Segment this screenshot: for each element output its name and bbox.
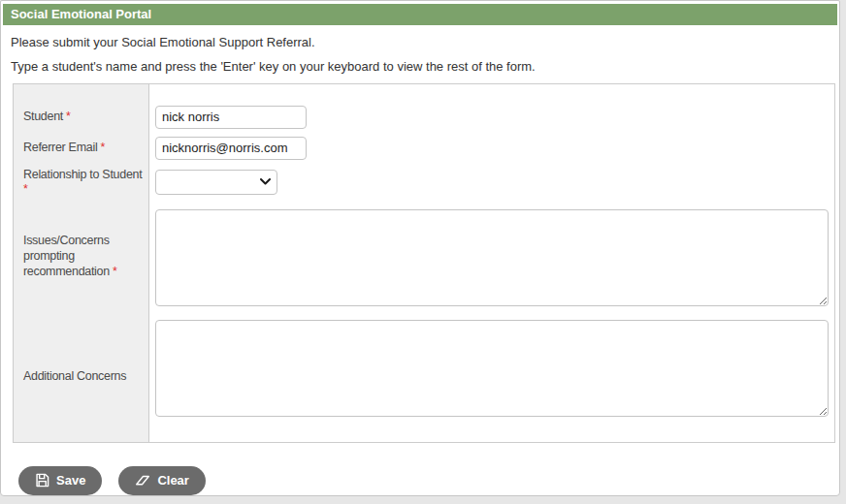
- relationship-label: Relationship to Student: [23, 168, 142, 181]
- instruction-line-2: Type a student's name and press the 'Ent…: [11, 59, 830, 74]
- relationship-select-wrap: [155, 170, 277, 195]
- spacer-row: [14, 84, 835, 102]
- required-asterisk: *: [100, 141, 105, 154]
- student-input[interactable]: [155, 106, 307, 129]
- required-asterisk: *: [66, 110, 71, 123]
- additional-concerns-row: Additional Concerns: [14, 312, 835, 443]
- clear-button-label: Clear: [157, 473, 189, 488]
- referral-form-table: Student* Referrer Email* Relationship to…: [13, 83, 835, 443]
- student-label-cell: Student*: [14, 102, 149, 133]
- required-asterisk: *: [113, 265, 117, 278]
- referrer-email-label-cell: Referrer Email*: [14, 133, 149, 164]
- student-row: Student*: [14, 102, 835, 133]
- floppy-disk-icon: [35, 473, 49, 488]
- additional-concerns-textarea[interactable]: [155, 320, 829, 417]
- relationship-row: Relationship to Student*: [14, 164, 835, 202]
- portal-card: Social Emotional Portal Please submit yo…: [0, 0, 840, 496]
- instruction-line-1: Please submit your Social Emotional Supp…: [11, 35, 830, 49]
- issues-label-cell: Issues/Concerns prompting recommendation…: [14, 202, 149, 312]
- issues-row: Issues/Concerns prompting recommendation…: [14, 202, 835, 312]
- referrer-email-input[interactable]: [155, 137, 307, 160]
- relationship-select[interactable]: [155, 170, 277, 195]
- additional-concerns-label-cell: Additional Concerns: [14, 312, 149, 443]
- clear-button[interactable]: Clear: [118, 466, 206, 495]
- button-row: Save Clear: [18, 466, 839, 495]
- page-title: Social Emotional Portal: [11, 7, 151, 21]
- referrer-email-row: Referrer Email*: [14, 133, 835, 164]
- additional-concerns-label: Additional Concerns: [23, 369, 126, 383]
- save-button-label: Save: [56, 473, 85, 488]
- portal-header-bar: Social Emotional Portal: [3, 4, 837, 25]
- student-label: Student: [23, 110, 63, 123]
- relationship-label-cell: Relationship to Student*: [14, 164, 149, 202]
- referrer-email-label: Referrer Email: [23, 141, 97, 154]
- save-button[interactable]: Save: [18, 466, 102, 495]
- eraser-icon: [135, 473, 150, 488]
- issues-textarea[interactable]: [155, 209, 829, 306]
- required-asterisk: *: [23, 182, 143, 198]
- instructions-block: Please submit your Social Emotional Supp…: [1, 25, 839, 74]
- issues-label: Issues/Concerns prompting recommendation: [23, 234, 110, 277]
